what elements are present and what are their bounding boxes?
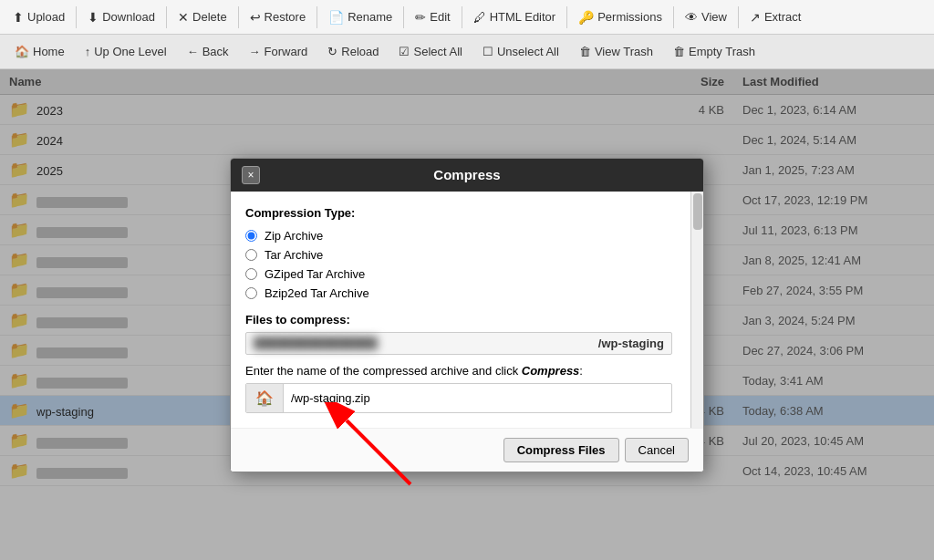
compression-type-label: Compression Type: <box>245 206 672 220</box>
upload-button[interactable]: ⬆ Upload <box>5 6 72 28</box>
radio-tar[interactable] <box>245 249 257 261</box>
permissions-icon: 🔑 <box>578 10 594 25</box>
radio-zip[interactable] <box>245 230 257 242</box>
radio-group-container: Zip ArchiveTar ArchiveGZiped Tar Archive… <box>245 229 672 300</box>
files-section: Files to compress: ████████████████ /wp-… <box>245 313 672 355</box>
modal-title: Compress <box>260 167 674 182</box>
back-icon: ← <box>187 45 199 58</box>
select-all-button[interactable]: ☑ Select All <box>389 41 471 62</box>
radio-option-bzip2: Bzip2ed Tar Archive <box>245 286 672 300</box>
separator <box>166 6 167 28</box>
select-all-icon: ☑ <box>399 45 410 58</box>
archive-home-icon: 🏠 <box>246 384 284 412</box>
view-button[interactable]: 👁 View <box>678 6 734 28</box>
upload-icon: ⬆ <box>13 10 24 25</box>
restore-icon: ↩ <box>250 10 261 25</box>
radio-option-tar: Tar Archive <box>245 248 672 262</box>
empty-trash-icon: 🗑 <box>673 45 685 58</box>
scrollbar-track[interactable] <box>690 192 703 428</box>
separator <box>673 6 674 28</box>
unselect-all-icon: ☐ <box>483 45 493 58</box>
edit-button[interactable]: ✏ Edit <box>408 6 457 28</box>
files-label: Files to compress: <box>245 313 672 327</box>
separator <box>238 6 239 28</box>
separator <box>76 6 77 28</box>
extract-icon: ↗ <box>750 10 761 25</box>
navbar: 🏠 Home ↑ Up One Level ← Back → Forward ↻… <box>0 35 934 69</box>
home-icon: 🏠 <box>15 45 29 58</box>
separator <box>462 6 462 28</box>
empty-trash-button[interactable]: 🗑 Empty Trash <box>664 41 764 62</box>
modal-header: × Compress <box>231 159 703 192</box>
compress-modal: × Compress Compression Type: Zip Archive… <box>230 158 704 472</box>
edit-icon: ✏ <box>415 10 426 25</box>
radio-option-gziped: GZiped Tar Archive <box>245 267 672 281</box>
radio-bzip2[interactable] <box>245 287 257 299</box>
archive-input-row: 🏠 <box>245 383 672 413</box>
radio-option-zip: Zip Archive <box>245 229 672 243</box>
view-trash-icon: 🗑 <box>579 45 591 58</box>
separator <box>317 6 317 28</box>
scrollbar-thumb[interactable] <box>693 193 702 230</box>
toolbar: ⬆ Upload ⬇ Download ✕ Delete ↩ Restore 📄… <box>0 0 934 35</box>
delete-icon: ✕ <box>178 10 189 25</box>
separator <box>566 6 567 28</box>
up-icon: ↑ <box>85 45 91 58</box>
radio-label-gziped[interactable]: GZiped Tar Archive <box>265 267 365 281</box>
rename-icon: 📄 <box>328 10 344 25</box>
modal-overlay: × Compress Compression Type: Zip Archive… <box>0 69 934 560</box>
separator <box>738 6 739 28</box>
forward-icon: → <box>249 45 261 58</box>
radio-label-tar[interactable]: Tar Archive <box>265 248 323 262</box>
download-icon: ⬇ <box>88 10 99 25</box>
file-area: Name Size Last Modified 📁20234 KBDec 1, … <box>0 69 934 560</box>
forward-button[interactable]: → Forward <box>240 41 317 62</box>
modal-close-button[interactable]: × <box>242 166 260 184</box>
compress-files-button[interactable]: Compress Files <box>503 438 619 462</box>
files-path-row: ████████████████ /wp-staging <box>245 332 672 355</box>
modal-footer: Compress Files Cancel <box>231 428 703 472</box>
modal-body: Compression Type: Zip ArchiveTar Archive… <box>231 192 703 428</box>
download-button[interactable]: ⬇ Download <box>80 6 162 28</box>
extract-button[interactable]: ↗ Extract <box>742 6 808 28</box>
files-path-suffix: /wp-staging <box>598 337 664 350</box>
archive-label: Enter the name of the compressed archive… <box>245 364 672 378</box>
view-icon: 👁 <box>685 10 698 25</box>
delete-button[interactable]: ✕ Delete <box>171 6 234 28</box>
radio-gziped[interactable] <box>245 268 257 280</box>
cancel-button[interactable]: Cancel <box>625 438 689 462</box>
files-blurred-path: ████████████████ <box>254 337 591 349</box>
archive-name-input[interactable] <box>284 386 671 410</box>
rename-button[interactable]: 📄 Rename <box>321 6 400 28</box>
radio-label-bzip2[interactable]: Bzip2ed Tar Archive <box>265 286 369 300</box>
separator <box>403 6 404 28</box>
radio-label-zip[interactable]: Zip Archive <box>265 229 323 243</box>
restore-button[interactable]: ↩ Restore <box>243 6 314 28</box>
view-trash-button[interactable]: 🗑 View Trash <box>570 41 662 62</box>
html-editor-button[interactable]: 🖊 HTML Editor <box>466 6 563 28</box>
home-button[interactable]: 🏠 Home <box>5 41 74 62</box>
html-editor-icon: 🖊 <box>473 10 486 25</box>
back-button[interactable]: ← Back <box>178 41 238 62</box>
up-one-level-button[interactable]: ↑ Up One Level <box>76 41 176 62</box>
reload-icon: ↻ <box>327 45 337 58</box>
permissions-button[interactable]: 🔑 Permissions <box>571 6 669 28</box>
unselect-all-button[interactable]: ☐ Unselect All <box>473 41 568 62</box>
reload-button[interactable]: ↻ Reload <box>318 41 388 62</box>
